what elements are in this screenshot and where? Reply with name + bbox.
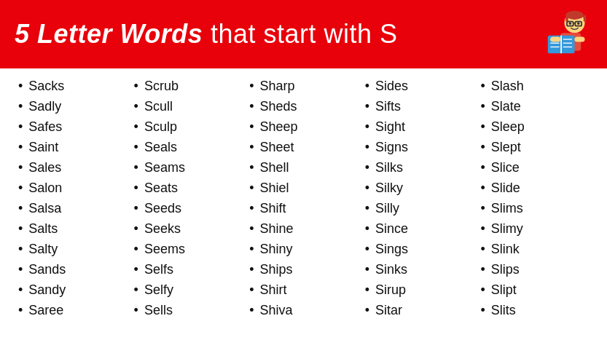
- list-item: Slimy: [480, 218, 589, 239]
- list-item: Shell: [249, 157, 358, 178]
- list-item: Seats: [134, 178, 243, 198]
- list-item: Sheep: [249, 116, 358, 137]
- list-item: Slept: [480, 137, 589, 157]
- list-item: Sheds: [249, 96, 358, 116]
- list-item: Sings: [365, 239, 474, 259]
- list-item: Ships: [249, 259, 358, 280]
- list-item: Safes: [18, 116, 127, 137]
- mascot-icon: [541, 9, 592, 60]
- list-item: Sands: [18, 259, 127, 280]
- svg-point-1: [565, 11, 584, 20]
- list-item: Saint: [18, 137, 127, 157]
- list-item: Sleep: [480, 116, 589, 137]
- list-item: Silky: [365, 178, 474, 198]
- svg-point-8: [577, 22, 580, 25]
- word-list-content: SacksSadlySafesSaintSalesSalonSalsaSalts…: [0, 68, 607, 328]
- list-item: Scrub: [134, 76, 243, 96]
- list-item: Since: [365, 218, 474, 239]
- list-item: Selfs: [134, 259, 243, 280]
- list-item: Shiva: [249, 300, 358, 320]
- list-item: Seems: [134, 239, 243, 259]
- list-item: Slice: [480, 157, 589, 178]
- page-wrapper: 5 Letter Words that start with S: [0, 0, 607, 328]
- list-item: Silks: [365, 157, 474, 178]
- list-item: Scull: [134, 96, 243, 116]
- list-item: Slipt: [480, 280, 589, 300]
- page-header: 5 Letter Words that start with S: [0, 0, 607, 68]
- list-item: Sifts: [365, 96, 474, 116]
- list-item: Salts: [18, 218, 127, 239]
- list-item: Sculp: [134, 116, 243, 137]
- list-item: Shiny: [249, 239, 358, 259]
- list-item: Shirt: [249, 280, 358, 300]
- svg-rect-18: [550, 37, 560, 42]
- list-item: Salon: [18, 178, 127, 198]
- list-item: Salty: [18, 239, 127, 259]
- list-item: Slash: [480, 76, 589, 96]
- list-item: Sides: [365, 76, 474, 96]
- list-item: Shine: [249, 218, 358, 239]
- list-item: Salsa: [18, 198, 127, 218]
- list-item: Slims: [480, 198, 589, 218]
- svg-rect-19: [575, 37, 585, 42]
- list-item: Sirup: [365, 280, 474, 300]
- title-thin: that start with S: [211, 19, 398, 49]
- word-column-0: SacksSadlySafesSaintSalesSalonSalsaSalts…: [15, 76, 130, 320]
- list-item: Slide: [480, 178, 589, 198]
- list-item: Seams: [134, 157, 243, 178]
- list-item: Sinks: [365, 259, 474, 280]
- list-item: Sheet: [249, 137, 358, 157]
- word-column-2: SharpShedsSheepSheetShellShielShiftShine…: [246, 76, 361, 320]
- list-item: Slink: [480, 239, 589, 259]
- list-item: Seeds: [134, 198, 243, 218]
- list-item: Sitar: [365, 300, 474, 320]
- list-item: Slips: [480, 259, 589, 280]
- list-item: Seeks: [134, 218, 243, 239]
- list-item: Slits: [480, 300, 589, 320]
- list-item: Sight: [365, 116, 474, 137]
- list-item: Sandy: [18, 280, 127, 300]
- svg-point-7: [569, 22, 572, 25]
- list-item: Shiel: [249, 178, 358, 198]
- list-item: Sacks: [18, 76, 127, 96]
- list-item: Sharp: [249, 76, 358, 96]
- list-item: Saree: [18, 300, 127, 320]
- list-item: Selfy: [134, 280, 243, 300]
- list-item: Shift: [249, 198, 358, 218]
- svg-rect-2: [565, 15, 568, 22]
- list-item: Sales: [18, 157, 127, 178]
- word-column-4: SlashSlateSleepSleptSliceSlideSlimsSlimy…: [477, 76, 592, 320]
- list-item: Signs: [365, 137, 474, 157]
- list-item: Slate: [480, 96, 589, 116]
- svg-rect-3: [584, 15, 587, 22]
- title-bold: 5 Letter Words: [15, 19, 203, 49]
- list-item: Silly: [365, 198, 474, 218]
- page-title: 5 Letter Words that start with S: [15, 19, 398, 50]
- word-column-3: SidesSiftsSightSignsSilksSilkySillySince…: [361, 76, 477, 320]
- list-item: Sadly: [18, 96, 127, 116]
- word-column-1: ScrubScullSculpSealsSeamsSeatsSeedsSeeks…: [130, 76, 246, 320]
- list-item: Seals: [134, 137, 243, 157]
- list-item: Sells: [134, 300, 243, 320]
